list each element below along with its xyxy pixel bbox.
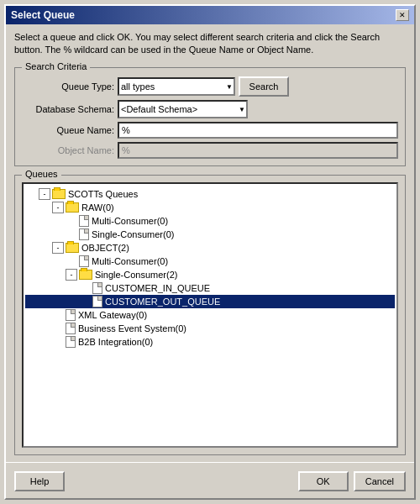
label-raw: RAW(0) xyxy=(81,202,114,213)
close-button[interactable]: ✕ xyxy=(396,9,409,21)
footer-right: OK Cancel xyxy=(298,471,406,491)
ok-button[interactable]: OK xyxy=(298,471,349,491)
doc-icon-raw-single xyxy=(79,228,89,240)
tree-item-raw-multi[interactable]: Multi-Consumer(0) xyxy=(25,214,395,228)
queue-type-row: Queue Type: all types RAW OBJECT Search xyxy=(22,76,398,97)
expand-scotts[interactable]: - xyxy=(39,188,50,200)
label-raw-multi: Multi-Consumer(0) xyxy=(92,216,168,226)
queues-legend: Queues xyxy=(22,169,61,179)
search-button[interactable]: Search xyxy=(239,76,289,97)
queue-name-label: Queue Name: xyxy=(22,125,114,135)
label-biz: Business Event System(0) xyxy=(78,323,186,333)
label-object: OBJECT(2) xyxy=(81,243,129,253)
queue-type-select-wrapper: all types RAW OBJECT xyxy=(118,77,235,96)
queues-group: Queues - SCOTTs Queues - RAW(0) xyxy=(14,175,406,455)
dialog-footer: Help OK Cancel xyxy=(6,466,414,498)
label-obj-multi: Multi-Consumer(0) xyxy=(92,256,168,266)
database-schema-label: Database Schema: xyxy=(22,104,114,114)
label-b2b: B2B Integration(0) xyxy=(78,337,153,347)
doc-icon-customer-in xyxy=(92,282,102,294)
queue-name-row: Queue Name: xyxy=(22,122,398,139)
tree-item-xml[interactable]: XML Gateway(0) xyxy=(25,308,395,322)
dialog-title: Select Queue xyxy=(11,9,75,21)
label-raw-single: Single-Consumer(0) xyxy=(92,229,174,239)
tree-item-raw-single[interactable]: Single-Consumer(0) xyxy=(25,228,395,241)
tree-item-biz[interactable]: Business Event System(0) xyxy=(25,322,395,335)
tree-item-obj-multi[interactable]: Multi-Consumer(0) xyxy=(25,255,395,268)
label-customer-in: CUSTOMER_IN_QUEUE xyxy=(105,283,210,293)
search-criteria-group: Search Criteria Queue Type: all types RA… xyxy=(14,67,406,166)
dialog-content: Select a queue and click OK. You may sel… xyxy=(6,24,414,462)
object-name-label: Object Name: xyxy=(22,145,114,155)
label-xml: XML Gateway(0) xyxy=(78,310,147,320)
database-schema-control-area: <Default Schema> xyxy=(118,100,398,118)
label-obj-single: Single-Consumer(2) xyxy=(95,270,177,280)
doc-icon-raw-multi xyxy=(79,215,89,227)
doc-icon-customer-out xyxy=(92,296,102,307)
title-bar-controls: ✕ xyxy=(396,9,409,21)
expand-raw[interactable]: - xyxy=(52,202,64,213)
tree-item-b2b[interactable]: B2B Integration(0) xyxy=(25,335,395,349)
help-button[interactable]: Help xyxy=(14,471,65,491)
search-criteria-legend: Search Criteria xyxy=(22,61,90,71)
folder-icon-object xyxy=(66,243,79,253)
database-schema-select-wrapper: <Default Schema> xyxy=(118,100,248,118)
doc-icon-obj-multi xyxy=(79,255,89,267)
label-scotts: SCOTTs Queues xyxy=(68,189,138,199)
database-schema-row: Database Schema: <Default Schema> xyxy=(22,100,398,118)
tree-item-customer-out[interactable]: CUSTOMER_OUT_QUEUE xyxy=(25,295,395,308)
doc-icon-xml xyxy=(66,309,76,321)
footer-divider xyxy=(6,462,414,463)
queue-type-select[interactable]: all types RAW OBJECT xyxy=(118,77,235,96)
object-name-control-area xyxy=(118,142,398,159)
select-queue-dialog: Select Queue ✕ Select a queue and click … xyxy=(4,4,416,500)
tree-item-customer-in[interactable]: CUSTOMER_IN_QUEUE xyxy=(25,281,395,295)
folder-icon-raw xyxy=(66,202,79,213)
object-name-input[interactable] xyxy=(118,142,398,159)
queue-type-label: Queue Type: xyxy=(22,81,114,92)
tree-container[interactable]: - SCOTTs Queues - RAW(0) xyxy=(22,182,398,448)
tree-item-obj-single[interactable]: - Single-Consumer(2) xyxy=(25,268,395,281)
cancel-button[interactable]: Cancel xyxy=(354,471,406,491)
doc-icon-biz xyxy=(66,323,76,334)
description-text: Select a queue and click OK. You may sel… xyxy=(14,31,406,57)
tree-item-object[interactable]: - OBJECT(2) xyxy=(25,241,395,255)
queue-name-control-area xyxy=(118,122,398,139)
tree-item-raw[interactable]: - RAW(0) xyxy=(25,201,395,214)
folder-icon-scotts xyxy=(52,189,66,199)
doc-icon-b2b xyxy=(66,336,76,348)
expand-obj-single[interactable]: - xyxy=(66,269,77,281)
footer-left: Help xyxy=(14,471,65,491)
database-schema-select[interactable]: <Default Schema> xyxy=(118,100,248,118)
queue-type-control-area: all types RAW OBJECT Search xyxy=(118,76,398,97)
folder-icon-obj-single xyxy=(79,270,92,280)
tree-item-scotts[interactable]: - SCOTTs Queues xyxy=(25,187,395,201)
queue-name-input[interactable] xyxy=(118,122,398,139)
search-criteria-content: Queue Type: all types RAW OBJECT Search xyxy=(22,76,398,159)
expand-object[interactable]: - xyxy=(52,242,64,254)
object-name-row: Object Name: xyxy=(22,142,398,159)
label-customer-out: CUSTOMER_OUT_QUEUE xyxy=(105,297,220,307)
title-bar: Select Queue ✕ xyxy=(6,6,414,24)
